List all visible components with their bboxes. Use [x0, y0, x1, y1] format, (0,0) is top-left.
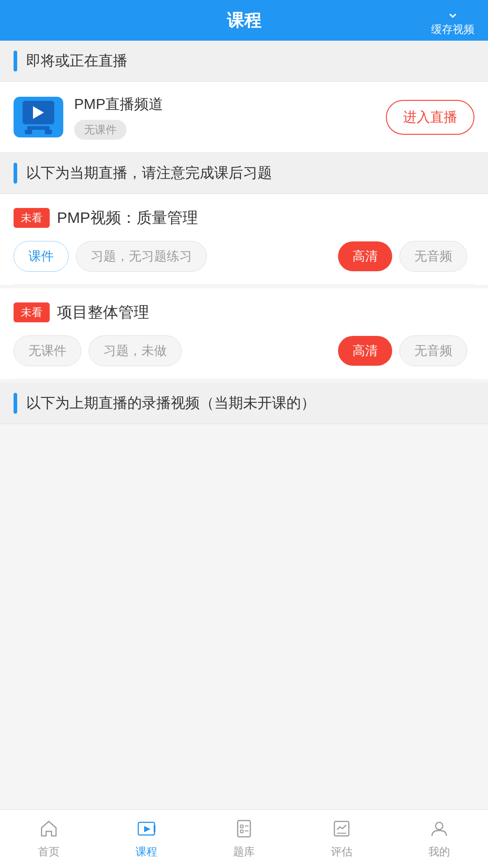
course-1-title-row: 未看 PMP视频：质量管理: [14, 208, 474, 228]
svg-marker-1: [144, 826, 150, 832]
tv-icon: [23, 101, 54, 133]
tv-screen: [23, 101, 54, 124]
nav-exam-label: 题库: [233, 844, 255, 859]
page-title: 课程: [227, 9, 261, 32]
course-2-title-row: 未看 项目整体管理: [14, 302, 474, 323]
svg-rect-2: [154, 825, 155, 832]
svg-rect-4: [240, 825, 243, 828]
assess-icon: [332, 819, 352, 842]
section-current-live-text: 以下为当期直播，请注意完成课后习题: [26, 163, 272, 183]
tv-legs: [25, 130, 52, 133]
course-icon: [136, 819, 156, 842]
nav-item-course[interactable]: 课程: [98, 810, 195, 868]
svg-rect-3: [238, 821, 250, 837]
course-2-material-button[interactable]: 无课件: [14, 335, 81, 366]
course-1-title: PMP视频：质量管理: [57, 208, 198, 228]
course-2-no-audio-button[interactable]: 无音频: [399, 335, 467, 366]
course-1-no-audio-button[interactable]: 无音频: [399, 241, 467, 272]
section-live-header: 即将或正在直播: [0, 41, 488, 82]
section-current-live-header: 以下为当期直播，请注意完成课后习题: [0, 153, 488, 194]
course-1-material-button[interactable]: 课件: [14, 241, 69, 272]
live-no-material-badge: 无课件: [74, 120, 127, 140]
content-area: 即将或正在直播 PMP直播频道 无课件 进入直播 以下为当期直播，请注意完成课后…: [0, 41, 488, 483]
course-1-actions: 课件 习题，无习题练习 高清 无音频: [14, 241, 474, 285]
section-prev-live-text: 以下为上期直播的录播视频（当期未开课的）: [26, 393, 315, 413]
course-2-title: 项目整体管理: [57, 302, 149, 323]
course-2-unseen-badge: 未看: [14, 302, 50, 322]
profile-icon: [429, 819, 449, 842]
nav-item-profile[interactable]: 我的: [390, 810, 488, 868]
course-item-1: 未看 PMP视频：质量管理 课件 习题，无习题练习 高清 无音频: [0, 194, 488, 288]
blue-bar-icon: [14, 51, 17, 71]
home-icon: [39, 819, 59, 842]
blue-bar-icon-2: [14, 163, 17, 184]
course-1-exercise-button[interactable]: 习题，无习题练习: [76, 241, 207, 272]
nav-course-label: 课程: [136, 844, 157, 859]
section-prev-live-header: 以下为上期直播的录播视频（当期未开课的）: [0, 383, 488, 424]
svg-rect-6: [240, 830, 243, 833]
svg-point-10: [436, 822, 443, 830]
nav-home-label: 首页: [38, 844, 60, 859]
course-1-hd-button[interactable]: 高清: [338, 241, 392, 271]
tv-leg-left: [25, 130, 32, 134]
course-item-2: 未看 项目整体管理 无课件 习题，未做 高清 无音频: [0, 288, 488, 383]
live-channel-name: PMP直播频道: [74, 94, 386, 114]
live-channel-info: PMP直播频道 无课件: [74, 94, 386, 140]
course-1-unseen-badge: 未看: [14, 208, 50, 228]
download-icon: ⌄: [446, 4, 460, 20]
tv-base: [27, 126, 50, 130]
nav-item-exam[interactable]: 题库: [195, 810, 293, 868]
course-2-actions: 无课件 习题，未做 高清 无音频: [14, 335, 474, 379]
nav-profile-label: 我的: [428, 844, 450, 859]
enter-live-button[interactable]: 进入直播: [386, 100, 474, 135]
header: 课程 ⌄ 缓存视频: [0, 0, 488, 41]
live-channel-card: PMP直播频道 无课件 进入直播: [0, 82, 488, 153]
course-2-exercise-button[interactable]: 习题，未做: [89, 335, 182, 366]
cache-video-label: 缓存视频: [431, 22, 474, 37]
cache-video-button[interactable]: ⌄ 缓存视频: [431, 4, 474, 37]
section-live-text: 即将或正在直播: [26, 51, 127, 71]
live-tv-icon: [14, 97, 63, 137]
course-2-hd-button[interactable]: 高清: [338, 336, 392, 366]
tv-leg-right: [45, 130, 52, 134]
nav-item-assess[interactable]: 评估: [293, 810, 390, 868]
bottom-navigation: 首页 课程 题库: [0, 809, 488, 868]
exam-icon: [234, 819, 254, 842]
nav-assess-label: 评估: [331, 844, 352, 859]
nav-item-home[interactable]: 首页: [0, 810, 98, 868]
blue-bar-icon-3: [14, 393, 17, 414]
